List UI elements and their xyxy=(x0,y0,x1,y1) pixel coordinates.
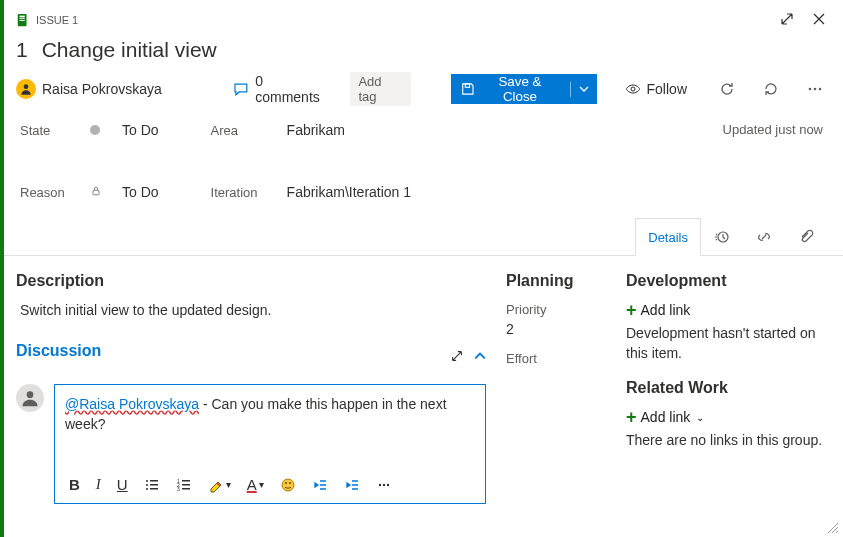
discussion-collapse-icon[interactable] xyxy=(474,349,486,366)
plus-icon: + xyxy=(626,303,637,317)
priority-label: Priority xyxy=(506,302,606,317)
iteration-label: Iteration xyxy=(211,185,267,200)
svg-rect-10 xyxy=(93,190,99,195)
area-value[interactable]: Fabrikam xyxy=(287,122,345,138)
font-color-button[interactable]: A▾ xyxy=(247,476,264,493)
bullet-list-button[interactable] xyxy=(144,477,160,493)
editor-toolbar: B I U 123 ▾ A▾ xyxy=(55,470,485,503)
indent-button[interactable] xyxy=(344,477,360,493)
emoji-button[interactable] xyxy=(280,477,296,493)
svg-rect-2 xyxy=(20,18,25,19)
assignee-name: Raisa Pokrovskaya xyxy=(42,81,162,97)
related-heading: Related Work xyxy=(626,379,827,397)
follow-button[interactable]: Follow xyxy=(617,81,695,97)
toolbar-more-button[interactable] xyxy=(376,477,392,493)
resize-grip-icon[interactable] xyxy=(827,521,839,533)
chevron-down-icon: ⌄ xyxy=(696,412,704,423)
svg-point-27 xyxy=(289,482,291,484)
svg-point-29 xyxy=(383,483,385,485)
svg-rect-24 xyxy=(182,488,190,490)
svg-text:3: 3 xyxy=(177,486,180,492)
svg-point-6 xyxy=(631,87,635,91)
tab-links[interactable] xyxy=(743,218,785,255)
description-text[interactable]: Switch initial view to the updated desig… xyxy=(20,302,486,318)
expand-icon[interactable] xyxy=(779,11,795,30)
svg-point-26 xyxy=(285,482,287,484)
comments-count: 0 comments xyxy=(255,73,330,105)
tab-details[interactable]: Details xyxy=(635,218,701,256)
work-item-id: 1 xyxy=(16,38,28,62)
state-value[interactable]: To Do xyxy=(122,122,159,138)
svg-rect-3 xyxy=(20,20,25,21)
reason-value[interactable]: To Do xyxy=(122,184,159,200)
related-add-link[interactable]: + Add link ⌄ xyxy=(626,409,827,425)
updated-text: Updated just now xyxy=(723,122,823,137)
description-heading: Description xyxy=(16,272,486,290)
current-user-avatar xyxy=(16,384,44,412)
svg-point-30 xyxy=(387,483,389,485)
comments-link[interactable]: 0 comments xyxy=(233,73,330,105)
work-item-title[interactable]: Change initial view xyxy=(42,38,217,62)
svg-rect-16 xyxy=(150,484,158,486)
svg-rect-20 xyxy=(182,480,190,482)
save-and-close-button[interactable]: Save & Close xyxy=(451,74,597,104)
lock-icon xyxy=(90,184,102,200)
svg-point-7 xyxy=(809,88,812,91)
state-label: State xyxy=(20,123,70,138)
reason-label: Reason xyxy=(20,185,70,200)
italic-button[interactable]: I xyxy=(96,476,101,493)
more-actions-icon[interactable] xyxy=(803,77,827,101)
related-helper: There are no links in this group. xyxy=(626,431,827,451)
svg-rect-5 xyxy=(465,84,469,87)
svg-rect-1 xyxy=(20,16,25,18)
iteration-value[interactable]: Fabrikam\Iteration 1 xyxy=(287,184,412,200)
development-helper: Development hasn't started on this item. xyxy=(626,324,827,363)
tab-attachments[interactable] xyxy=(785,218,827,255)
assignee-picker[interactable]: Raisa Pokrovskaya xyxy=(16,79,213,99)
svg-rect-14 xyxy=(150,480,158,482)
save-button-label: Save & Close xyxy=(480,74,559,104)
svg-point-25 xyxy=(282,479,294,491)
svg-point-4 xyxy=(24,84,29,89)
bold-button[interactable]: B xyxy=(69,476,80,493)
close-icon[interactable] xyxy=(811,11,827,30)
svg-point-9 xyxy=(819,88,822,91)
svg-point-8 xyxy=(814,88,817,91)
issue-type-badge: ISSUE 1 xyxy=(16,13,78,27)
comment-editor[interactable]: @Raisa Pokrovskaya - Can you make this h… xyxy=(54,384,486,504)
discussion-expand-icon[interactable] xyxy=(450,349,464,366)
plus-icon: + xyxy=(626,410,637,424)
svg-point-13 xyxy=(146,480,148,482)
add-tag-button[interactable]: Add tag xyxy=(350,72,410,106)
svg-point-28 xyxy=(379,483,381,485)
svg-point-17 xyxy=(146,488,148,490)
development-heading: Development xyxy=(626,272,827,290)
development-add-link[interactable]: + Add link xyxy=(626,302,827,318)
comment-mention[interactable]: @Raisa Pokrovskaya xyxy=(65,396,199,412)
svg-rect-22 xyxy=(182,484,190,486)
planning-heading: Planning xyxy=(506,272,606,290)
save-dropdown[interactable] xyxy=(570,82,597,97)
clear-format-button[interactable]: ▾ xyxy=(208,477,231,493)
follow-label: Follow xyxy=(647,81,687,97)
issue-badge-text: ISSUE 1 xyxy=(36,14,78,26)
svg-point-12 xyxy=(27,391,34,398)
numbered-list-button[interactable]: 123 xyxy=(176,477,192,493)
state-dot-icon xyxy=(90,125,100,135)
discussion-heading[interactable]: Discussion xyxy=(16,342,101,360)
underline-button[interactable]: U xyxy=(117,476,128,493)
effort-label: Effort xyxy=(506,351,606,366)
area-label: Area xyxy=(211,123,267,138)
svg-point-15 xyxy=(146,484,148,486)
undo-icon[interactable] xyxy=(759,77,783,101)
tabs: Details xyxy=(4,218,843,256)
priority-value[interactable]: 2 xyxy=(506,321,606,337)
avatar xyxy=(16,79,36,99)
tab-history[interactable] xyxy=(701,218,743,255)
svg-rect-18 xyxy=(150,488,158,490)
refresh-icon[interactable] xyxy=(715,77,739,101)
outdent-button[interactable] xyxy=(312,477,328,493)
